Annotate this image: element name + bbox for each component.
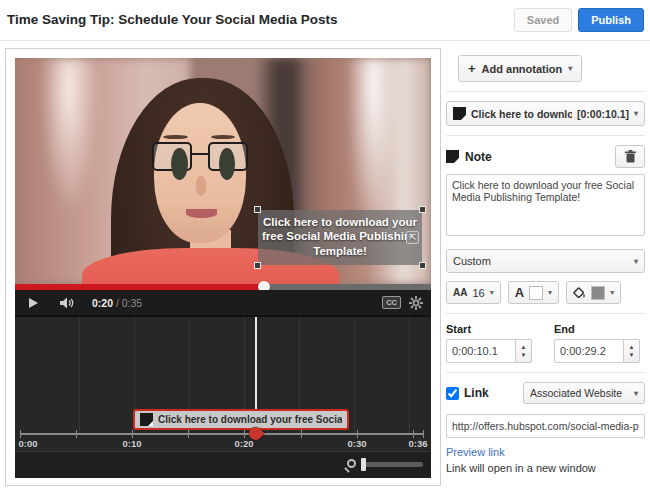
end-time-stepper[interactable]: ▲▼ — [624, 339, 640, 363]
font-color-dropdown[interactable]: A ▾ — [508, 281, 559, 304]
play-button[interactable] — [29, 298, 38, 308]
note-title: Note — [465, 150, 492, 164]
new-window-note: Link will open in a new window — [446, 462, 645, 474]
timeline-labels: 0:00 0:10 0:20 0:30 0:36 — [20, 438, 424, 450]
zoom-slider-thumb[interactable] — [361, 458, 366, 471]
font-color-icon: A — [515, 285, 524, 300]
link-type-dropdown[interactable]: Associated Website ▾ — [523, 382, 645, 404]
chevron-down-icon: ▾ — [634, 109, 638, 118]
settings-gear-icon[interactable] — [409, 296, 423, 310]
start-label: Start — [446, 323, 532, 335]
end-time-input[interactable] — [554, 339, 624, 363]
divider — [446, 313, 645, 314]
style-preset-dropdown[interactable]: Custom ▾ — [446, 249, 645, 273]
timeline-ruler — [20, 433, 424, 435]
font-color-swatch — [529, 286, 543, 300]
saved-button[interactable]: Saved — [514, 8, 572, 32]
font-size-dropdown[interactable]: AA 16 ▾ — [446, 281, 501, 304]
delete-annotation-button[interactable] — [615, 145, 645, 168]
start-time-stepper[interactable]: ▲▼ — [516, 339, 532, 363]
annotation-overlay[interactable]: Click here to download your free Social … — [258, 210, 422, 265]
chevron-down-icon: ▾ — [548, 288, 552, 297]
divider — [446, 91, 645, 92]
selector-label: Click here to download you... — [471, 108, 572, 120]
preview-link[interactable]: Preview link — [446, 446, 645, 458]
note-text-input[interactable]: Click here to download your free Social … — [446, 174, 645, 236]
divider — [446, 135, 645, 136]
video-preview[interactable]: Click here to download your free Social … — [15, 58, 431, 284]
paint-bucket-icon — [573, 286, 586, 299]
video-editor-panel: Click here to download your free Social … — [5, 48, 441, 486]
start-time-input[interactable] — [446, 339, 516, 363]
chevron-down-icon: ▾ — [634, 257, 638, 266]
timeline-label: 0:10 — [122, 438, 141, 449]
timeline-label: 0:20 — [234, 438, 253, 449]
chevron-down-icon: ▾ — [568, 64, 572, 73]
divider — [446, 372, 645, 373]
annotation-selector-dropdown[interactable]: Click here to download you... [0:00:10.1… — [446, 101, 645, 126]
selector-time: [0:00:10.1] — [577, 108, 629, 120]
link-checkbox[interactable] — [446, 387, 459, 400]
background-color-dropdown[interactable]: ▾ — [566, 281, 621, 304]
timeline-zoom-row — [15, 451, 431, 478]
timeline-zoom-slider[interactable] — [361, 462, 423, 467]
end-label: End — [554, 323, 640, 335]
volume-icon[interactable] — [60, 297, 76, 309]
header: Time Saving Tip: Schedule Your Social Me… — [0, 0, 650, 41]
video-controls: 0:20 / 0:35 CC — [15, 290, 431, 315]
link-label: Link — [464, 386, 489, 400]
page-title: Time Saving Tip: Schedule Your Social Me… — [7, 12, 338, 27]
trash-icon — [625, 150, 636, 163]
time-current: 0:20 — [92, 297, 113, 309]
font-size-icon: AA — [453, 287, 467, 298]
resize-handle-bottom-right[interactable] — [419, 262, 426, 269]
note-icon — [140, 413, 153, 426]
timeline-annotation-bar[interactable]: Click here to download your free Social … — [133, 409, 349, 430]
chevron-down-icon: ▾ — [490, 288, 494, 297]
timeline-label: 0:30 — [347, 438, 366, 449]
link-url-input[interactable] — [446, 414, 645, 438]
time-duration: / 0:35 — [113, 297, 142, 309]
chevron-down-icon: ▾ — [610, 288, 614, 297]
resize-handle-bottom-left[interactable] — [254, 262, 261, 269]
overlay-scale-icon[interactable]: ⇱ — [406, 231, 419, 244]
add-annotation-button[interactable]: + Add annotation ▾ — [458, 55, 582, 82]
background-color-swatch — [591, 286, 605, 300]
note-icon — [453, 107, 466, 120]
timeline-editor[interactable]: Click here to download your free Social … — [15, 315, 431, 478]
publish-button[interactable]: Publish — [578, 8, 644, 32]
chevron-down-icon: ▾ — [634, 389, 638, 398]
timeline-annotation-label: Click here to download your free Social … — [158, 414, 342, 425]
timeline-label: 0:36 — [408, 438, 427, 449]
timeline-label: 0:00 — [18, 438, 37, 449]
note-header: Note — [446, 145, 645, 168]
resize-handle-top-left[interactable] — [254, 206, 261, 213]
annotation-sidebar: + Add annotation ▾ Click here to downloa… — [446, 48, 645, 474]
resize-handle-top-right[interactable] — [419, 206, 426, 213]
plus-icon: + — [468, 61, 476, 76]
annotation-overlay-text: Click here to download your free Social … — [262, 216, 418, 257]
header-buttons: Saved Publish — [514, 8, 644, 32]
time-display: 0:20 / 0:35 — [92, 297, 142, 309]
captions-icon[interactable]: CC — [382, 296, 401, 309]
note-icon — [446, 150, 459, 163]
annotation-editor-page: Time Saving Tip: Schedule Your Social Me… — [0, 0, 650, 488]
magnifier-icon — [347, 459, 356, 468]
